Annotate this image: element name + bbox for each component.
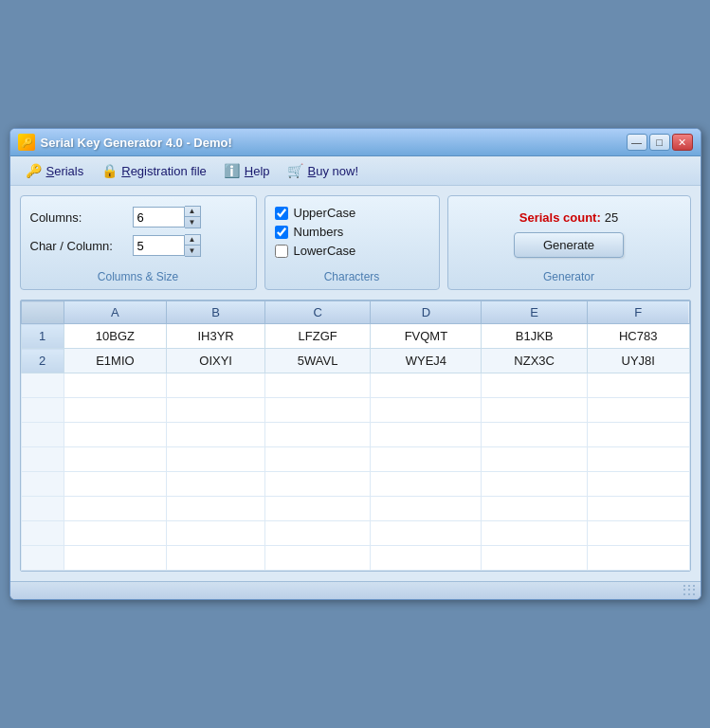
cell-empty xyxy=(264,521,371,546)
cell-empty xyxy=(64,546,167,571)
cell-empty xyxy=(264,546,371,571)
menu-bar: 🔑 Serials 🔒 Registration file ℹ️ Help 🛒 … xyxy=(10,156,701,186)
menu-serials[interactable]: 🔑 Serials xyxy=(18,159,92,182)
status-bar xyxy=(10,581,701,599)
col-header-num xyxy=(21,301,64,324)
cell-empty xyxy=(64,423,167,447)
cell-empty xyxy=(587,497,689,521)
title-bar: 🔑 Serial Key Generator 4.0 - Demo! — □ ✕ xyxy=(10,129,701,156)
generate-button[interactable]: Generate xyxy=(514,232,624,258)
cell-empty xyxy=(371,497,482,521)
cell-empty xyxy=(482,546,588,571)
cell-empty xyxy=(264,398,371,423)
table-row: 110BGZIH3YRLFZGFFVQMTB1JKBHC783 xyxy=(21,324,689,349)
generator-panel: Serials count: 25 Generate Generator xyxy=(447,195,691,290)
menu-buy-now[interactable]: 🛒 Buy now! xyxy=(280,159,366,182)
col-header-d: D xyxy=(371,301,482,324)
lowercase-row: LowerCase xyxy=(275,244,429,258)
numbers-row: Numbers xyxy=(275,225,429,239)
columns-input[interactable] xyxy=(133,207,185,228)
uppercase-label[interactable]: UpperCase xyxy=(294,206,356,220)
maximize-button[interactable]: □ xyxy=(649,134,670,151)
characters-panel-label: Characters xyxy=(265,270,439,283)
resize-grip[interactable] xyxy=(683,585,695,596)
title-controls: — □ ✕ xyxy=(627,134,693,151)
cell-empty xyxy=(64,398,167,423)
main-content: Columns: ▲ ▼ Char / Column: ▲ xyxy=(10,186,701,581)
cell-empty xyxy=(371,423,482,447)
menu-help[interactable]: ℹ️ Help xyxy=(216,159,278,182)
char-column-spinner: ▲ ▼ xyxy=(185,234,201,257)
char-column-label: Char / Column: xyxy=(30,239,125,253)
lowercase-label[interactable]: LowerCase xyxy=(294,244,356,258)
cell-empty xyxy=(587,398,689,423)
cell-E: NZX3C xyxy=(482,349,588,373)
col-header-b: B xyxy=(167,301,264,324)
cell-empty xyxy=(64,497,167,521)
table-row-empty xyxy=(21,373,689,398)
row-num-empty xyxy=(21,447,64,472)
cell-empty xyxy=(587,521,689,546)
lowercase-checkbox[interactable] xyxy=(275,245,288,258)
generator-panel-label: Generator xyxy=(448,270,690,283)
row-num: 2 xyxy=(21,349,64,373)
cell-empty xyxy=(167,398,264,423)
menu-help-label: Help xyxy=(245,164,270,178)
char-column-down-button[interactable]: ▼ xyxy=(185,246,200,256)
cell-A: E1MIO xyxy=(64,349,167,373)
cell-empty xyxy=(482,472,588,497)
cell-empty xyxy=(371,398,482,423)
menu-registration-file[interactable]: 🔒 Registration file xyxy=(93,159,214,182)
minimize-button[interactable]: — xyxy=(627,134,647,151)
cell-C: LFZGF xyxy=(264,324,371,349)
cell-empty xyxy=(64,373,167,398)
numbers-label[interactable]: Numbers xyxy=(294,225,344,239)
main-window: 🔑 Serial Key Generator 4.0 - Demo! — □ ✕… xyxy=(9,128,701,600)
columns-up-button[interactable]: ▲ xyxy=(185,207,200,217)
cell-empty xyxy=(371,546,482,571)
cell-empty xyxy=(587,373,689,398)
cell-empty xyxy=(371,447,482,472)
uppercase-checkbox[interactable] xyxy=(275,207,288,220)
table-row-empty xyxy=(21,546,689,571)
cell-empty xyxy=(264,447,371,472)
row-num-empty xyxy=(21,497,64,521)
cell-empty xyxy=(167,472,264,497)
cell-empty xyxy=(167,423,264,447)
numbers-checkbox[interactable] xyxy=(275,226,288,239)
cell-empty xyxy=(482,373,588,398)
table-row-empty xyxy=(21,423,689,447)
serials-count-value: 25 xyxy=(605,210,618,225)
cell-empty xyxy=(587,447,689,472)
cell-empty xyxy=(587,472,689,497)
table-row-empty xyxy=(21,497,689,521)
col-header-e: E xyxy=(482,301,588,324)
close-button[interactable]: ✕ xyxy=(672,134,693,151)
cell-B: OIXYI xyxy=(167,349,264,373)
cell-empty xyxy=(482,447,588,472)
row-num-empty xyxy=(21,373,64,398)
columns-down-button[interactable]: ▼ xyxy=(185,217,200,228)
serials-table-container: A B C D E F 110BGZIH3YRLFZGFFVQMTB1JKBHC… xyxy=(20,300,691,572)
cell-empty xyxy=(587,423,689,447)
cell-empty xyxy=(264,373,371,398)
char-column-up-button[interactable]: ▲ xyxy=(185,235,200,246)
cell-empty xyxy=(482,521,588,546)
serials-table: A B C D E F 110BGZIH3YRLFZGFFVQMTB1JKBHC… xyxy=(21,300,690,571)
row-num-empty xyxy=(21,472,64,497)
menu-buy-label: Buy now! xyxy=(308,164,358,178)
cell-empty xyxy=(64,472,167,497)
cell-F: UYJ8I xyxy=(587,349,689,373)
col-header-f: F xyxy=(587,301,689,324)
char-column-input[interactable] xyxy=(133,235,185,256)
registration-icon: 🔒 xyxy=(100,162,118,179)
cell-empty xyxy=(482,398,588,423)
help-icon: ℹ️ xyxy=(224,162,241,179)
columns-spinner: ▲ ▼ xyxy=(185,206,201,228)
cell-empty xyxy=(264,497,371,521)
controls-row: Columns: ▲ ▼ Char / Column: ▲ xyxy=(20,195,691,290)
cell-empty xyxy=(167,447,264,472)
cell-D: FVQMT xyxy=(371,324,482,349)
cell-B: IH3YR xyxy=(167,324,264,349)
uppercase-row: UpperCase xyxy=(275,206,429,220)
